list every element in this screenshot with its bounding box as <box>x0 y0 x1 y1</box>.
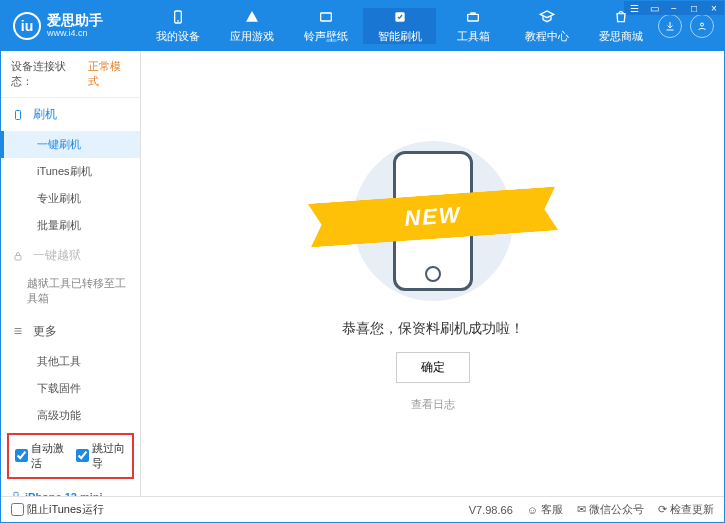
minimize-icon[interactable]: − <box>664 1 684 15</box>
svg-rect-6 <box>16 110 21 119</box>
nav-label: 我的设备 <box>156 29 200 44</box>
wallpaper-icon <box>317 8 335 26</box>
app-subtitle: www.i4.cn <box>47 29 103 39</box>
device-small-icon <box>11 489 21 496</box>
phone-icon <box>169 8 187 26</box>
success-message: 恭喜您，保资料刷机成功啦！ <box>342 320 524 338</box>
chk-label: 跳过向导 <box>92 441 127 471</box>
lock-small-icon <box>11 249 25 263</box>
nav-label: 工具箱 <box>457 29 490 44</box>
support-link[interactable]: ☺ 客服 <box>527 502 563 517</box>
toolbox-icon <box>464 8 482 26</box>
svg-point-5 <box>701 23 704 26</box>
nav-label: 爱思商城 <box>599 29 643 44</box>
sidebar-item-pro[interactable]: 专业刷机 <box>27 185 140 212</box>
app-body: 设备连接状态： 正常模式 刷机 一键刷机 iTunes刷机 专业刷机 批量刷机 … <box>1 51 724 496</box>
wechat-label: 微信公众号 <box>589 502 644 517</box>
chk-block-itunes[interactable]: 阻止iTunes运行 <box>11 502 104 517</box>
device-box[interactable]: iPhone 12 mini 64GB Down-12mini-13,1 <box>1 483 140 496</box>
wechat-link[interactable]: ✉ 微信公众号 <box>577 502 644 517</box>
nav-label: 铃声壁纸 <box>304 29 348 44</box>
chk-auto-activate[interactable]: 自动激活 <box>15 441 66 471</box>
more-subitems: 其他工具 下载固件 高级功能 <box>1 348 140 429</box>
nav-toolbox[interactable]: 工具箱 <box>436 8 510 44</box>
nav-my-device[interactable]: 我的设备 <box>141 8 215 44</box>
nav-ringtones[interactable]: 铃声壁纸 <box>289 8 363 44</box>
section-jailbreak: 一键越狱 <box>1 239 140 272</box>
tutorial-icon <box>538 8 556 26</box>
logo[interactable]: iu 爱思助手 www.i4.cn <box>1 12 141 40</box>
wechat-icon: ✉ <box>577 503 586 516</box>
success-illustration: NEW <box>333 136 533 306</box>
nav-store[interactable]: 爱思商城 <box>584 8 658 44</box>
footer: 阻止iTunes运行 V7.98.66 ☺ 客服 ✉ 微信公众号 ⟳ 检查更新 <box>1 496 724 522</box>
close-icon[interactable]: × <box>704 1 724 15</box>
update-label: 检查更新 <box>670 502 714 517</box>
chk-auto-activate-input[interactable] <box>15 449 28 462</box>
svg-rect-2 <box>320 13 331 21</box>
version-label: V7.98.66 <box>469 504 513 516</box>
section-more[interactable]: 更多 <box>1 315 140 348</box>
phone-small-icon <box>11 108 25 122</box>
nav-label: 应用游戏 <box>230 29 274 44</box>
download-button[interactable] <box>658 14 682 38</box>
options-highlight: 自动激活 跳过向导 <box>7 433 134 479</box>
sidebar-item-advanced[interactable]: 高级功能 <box>27 402 140 429</box>
chk-label: 自动激活 <box>31 441 66 471</box>
section-label: 一键越狱 <box>33 247 81 264</box>
sidebar-item-oneclick[interactable]: 一键刷机 <box>1 131 140 158</box>
sidebar-item-other[interactable]: 其他工具 <box>27 348 140 375</box>
chk-skip-setup[interactable]: 跳过向导 <box>76 441 127 471</box>
top-nav: 我的设备 应用游戏 铃声壁纸 智能刷机 工具箱 教程中心 <box>141 8 658 44</box>
titlebar: iu 爱思助手 www.i4.cn 我的设备 应用游戏 铃声壁纸 智能刷机 <box>1 1 724 51</box>
chk-block-itunes-input[interactable] <box>11 503 24 516</box>
device-name-row: iPhone 12 mini <box>11 489 130 496</box>
support-label: 客服 <box>541 502 563 517</box>
section-label: 刷机 <box>33 106 57 123</box>
main-content: NEW 恭喜您，保资料刷机成功啦！ 确定 查看日志 <box>141 51 724 496</box>
sidebar-item-batch[interactable]: 批量刷机 <box>27 212 140 239</box>
update-icon: ⟳ <box>658 503 667 516</box>
new-ribbon: NEW <box>307 186 557 247</box>
title-right <box>658 14 724 38</box>
maximize-icon[interactable]: □ <box>684 1 704 15</box>
jailbreak-note: 越狱工具已转移至工具箱 <box>1 272 140 315</box>
nav-flash[interactable]: 智能刷机 <box>363 8 437 44</box>
nav-apps[interactable]: 应用游戏 <box>215 8 289 44</box>
ok-button[interactable]: 确定 <box>396 352 470 383</box>
status-value: 正常模式 <box>88 59 130 89</box>
status-label: 设备连接状态： <box>11 59 84 89</box>
sidebar-item-itunes[interactable]: iTunes刷机 <box>27 158 140 185</box>
sidebar-item-firmware[interactable]: 下载固件 <box>27 375 140 402</box>
device-status: 设备连接状态： 正常模式 <box>1 51 140 98</box>
chk-skip-setup-input[interactable] <box>76 449 89 462</box>
flash-icon <box>391 8 409 26</box>
svg-rect-7 <box>15 255 21 260</box>
nav-label: 教程中心 <box>525 29 569 44</box>
menu-small-icon <box>11 324 25 338</box>
flash-subitems: 一键刷机 iTunes刷机 专业刷机 批量刷机 <box>1 131 140 239</box>
chk-label: 阻止iTunes运行 <box>27 502 104 517</box>
logo-icon: iu <box>13 12 41 40</box>
apps-icon <box>243 8 261 26</box>
view-log-link[interactable]: 查看日志 <box>411 397 455 412</box>
svg-rect-4 <box>468 14 479 21</box>
app-window: ☰ ▭ − □ × iu 爱思助手 www.i4.cn 我的设备 应用游戏 铃声 <box>0 0 725 523</box>
nav-label: 智能刷机 <box>378 29 422 44</box>
app-title: 爱思助手 <box>47 13 103 28</box>
user-button[interactable] <box>690 14 714 38</box>
section-label: 更多 <box>33 323 57 340</box>
section-flash[interactable]: 刷机 <box>1 98 140 131</box>
nav-tutorials[interactable]: 教程中心 <box>510 8 584 44</box>
store-icon <box>612 8 630 26</box>
update-link[interactable]: ⟳ 检查更新 <box>658 502 714 517</box>
sidebar: 设备连接状态： 正常模式 刷机 一键刷机 iTunes刷机 专业刷机 批量刷机 … <box>1 51 141 496</box>
support-icon: ☺ <box>527 504 538 516</box>
